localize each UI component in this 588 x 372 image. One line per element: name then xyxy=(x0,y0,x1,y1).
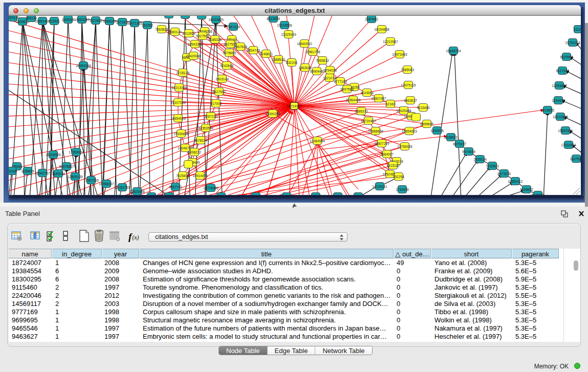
svg-text:9777169: 9777169 xyxy=(334,80,347,83)
svg-text:8878334: 8878334 xyxy=(194,139,207,142)
svg-text:1733426: 1733426 xyxy=(396,188,409,191)
svg-text:18807249: 18807249 xyxy=(374,142,389,145)
svg-text:22420046: 22420046 xyxy=(186,54,201,58)
svg-text:90975867: 90975867 xyxy=(59,165,74,168)
svg-text:15720407: 15720407 xyxy=(361,119,376,123)
svg-text:39154: 39154 xyxy=(9,169,16,173)
svg-text:5938923: 5938923 xyxy=(444,136,458,139)
svg-text:12505135: 12505135 xyxy=(68,175,83,179)
svg-text:16671355: 16671355 xyxy=(127,21,142,25)
svg-text:10958107: 10958107 xyxy=(99,182,114,186)
svg-text:19166829: 19166829 xyxy=(173,132,189,136)
svg-text:7955812: 7955812 xyxy=(316,59,329,62)
svg-text:19218506: 19218506 xyxy=(277,24,292,27)
svg-text:3624554: 3624554 xyxy=(360,91,374,95)
svg-text:9329966: 9329966 xyxy=(560,55,573,59)
svg-text:17016504: 17016504 xyxy=(561,143,576,147)
svg-text:2867608: 2867608 xyxy=(234,45,247,49)
svg-text:2718129: 2718129 xyxy=(176,71,189,75)
svg-text:13325419: 13325419 xyxy=(281,33,296,36)
svg-text:6497568: 6497568 xyxy=(340,87,354,91)
svg-text:8215955: 8215955 xyxy=(541,108,554,112)
svg-text:16648764: 16648764 xyxy=(446,49,461,53)
svg-text:7886372: 7886372 xyxy=(355,110,368,113)
svg-text:10807487: 10807487 xyxy=(371,97,386,100)
svg-text:917006: 917006 xyxy=(210,102,222,105)
svg-text:9245052: 9245052 xyxy=(531,193,545,196)
svg-text:10973493: 10973493 xyxy=(392,53,407,56)
svg-text:14136141: 14136141 xyxy=(372,185,387,188)
svg-text:(x): (x) xyxy=(132,234,139,241)
svg-text:62160: 62160 xyxy=(386,102,396,106)
svg-text:1527602: 1527602 xyxy=(89,19,102,23)
svg-text:1167533: 1167533 xyxy=(570,157,581,161)
svg-text:18300295: 18300295 xyxy=(265,112,280,116)
svg-text:12213967: 12213967 xyxy=(383,40,398,43)
svg-text:19654925: 19654925 xyxy=(170,117,186,120)
svg-text:9463627: 9463627 xyxy=(404,99,417,102)
svg-text:17957255: 17957255 xyxy=(83,179,99,182)
svg-text:9327503: 9327503 xyxy=(196,34,209,38)
svg-text:13384554: 13384554 xyxy=(310,139,325,143)
svg-text:751552: 751552 xyxy=(142,24,153,27)
svg-text:20206526: 20206526 xyxy=(46,153,61,157)
svg-text:7357224: 7357224 xyxy=(227,25,240,29)
svg-text:6899695: 6899695 xyxy=(420,122,433,126)
svg-text:9242848: 9242848 xyxy=(220,64,233,68)
svg-text:7663822: 7663822 xyxy=(155,28,168,31)
svg-text:1615112: 1615112 xyxy=(386,164,400,167)
svg-text:11125: 11125 xyxy=(574,28,581,31)
svg-text:16640910: 16640910 xyxy=(297,42,312,46)
svg-text:8471676: 8471676 xyxy=(497,172,511,176)
svg-text:8990448: 8990448 xyxy=(310,70,323,73)
svg-text:8660124: 8660124 xyxy=(168,30,182,34)
svg-text:20691406: 20691406 xyxy=(35,19,50,23)
svg-text:1156829: 1156829 xyxy=(21,169,34,173)
svg-text:832203: 832203 xyxy=(286,61,297,64)
svg-text:9657791: 9657791 xyxy=(169,185,182,189)
svg-text:9474444: 9474444 xyxy=(462,150,475,154)
svg-text:1145194: 1145194 xyxy=(52,172,65,176)
svg-text:9375685: 9375685 xyxy=(223,51,236,55)
svg-text:16107554: 16107554 xyxy=(170,101,186,104)
svg-text:16033809: 16033809 xyxy=(208,18,224,21)
svg-text:9146821: 9146821 xyxy=(259,52,273,56)
svg-text:8186328: 8186328 xyxy=(208,38,222,41)
svg-text:8912954: 8912954 xyxy=(182,32,195,35)
svg-text:3267150: 3267150 xyxy=(204,115,217,118)
svg-text:15692971: 15692971 xyxy=(558,129,573,133)
svg-text:10025488: 10025488 xyxy=(396,109,411,113)
svg-text:16543382: 16543382 xyxy=(187,42,203,46)
svg-text:252254: 252254 xyxy=(393,175,404,179)
svg-text:12942757: 12942757 xyxy=(35,171,50,175)
svg-text:12975115: 12975115 xyxy=(401,83,416,87)
svg-text:7632621: 7632621 xyxy=(486,164,499,168)
svg-text:2087682: 2087682 xyxy=(365,17,378,21)
svg-text:20364436: 20364436 xyxy=(345,98,361,102)
svg-text:1588520: 1588520 xyxy=(272,58,285,61)
svg-text:16782759: 16782759 xyxy=(115,186,130,189)
svg-text:6466160: 6466160 xyxy=(103,19,116,23)
svg-text:16210643: 16210643 xyxy=(553,115,568,119)
svg-text:10653267: 10653267 xyxy=(74,18,90,21)
svg-text:8454749: 8454749 xyxy=(247,49,260,52)
svg-text:1621072: 1621072 xyxy=(323,76,336,80)
svg-text:15716485: 15716485 xyxy=(203,186,219,190)
svg-text:18724007: 18724007 xyxy=(287,104,302,108)
svg-text:1244415: 1244415 xyxy=(552,99,565,102)
svg-text:2803144: 2803144 xyxy=(215,77,229,81)
svg-text:915501: 915501 xyxy=(49,19,60,23)
svg-text:12923448: 12923448 xyxy=(129,190,145,193)
svg-text:9245652: 9245652 xyxy=(520,188,533,191)
svg-text:16154808: 16154808 xyxy=(374,28,389,31)
svg-text:6794028: 6794028 xyxy=(323,69,337,72)
svg-text:10961758: 10961758 xyxy=(305,50,320,54)
svg-text:6879197: 6879197 xyxy=(453,142,466,146)
svg-text:1640935: 1640935 xyxy=(430,129,444,133)
svg-text:12093872: 12093872 xyxy=(552,84,567,87)
svg-text:15751074: 15751074 xyxy=(565,41,580,45)
svg-text:10654112: 10654112 xyxy=(508,180,523,183)
svg-text:10688609: 10688609 xyxy=(368,129,383,133)
svg-text:2093140: 2093140 xyxy=(9,16,19,19)
svg-text:7625402: 7625402 xyxy=(176,174,189,178)
